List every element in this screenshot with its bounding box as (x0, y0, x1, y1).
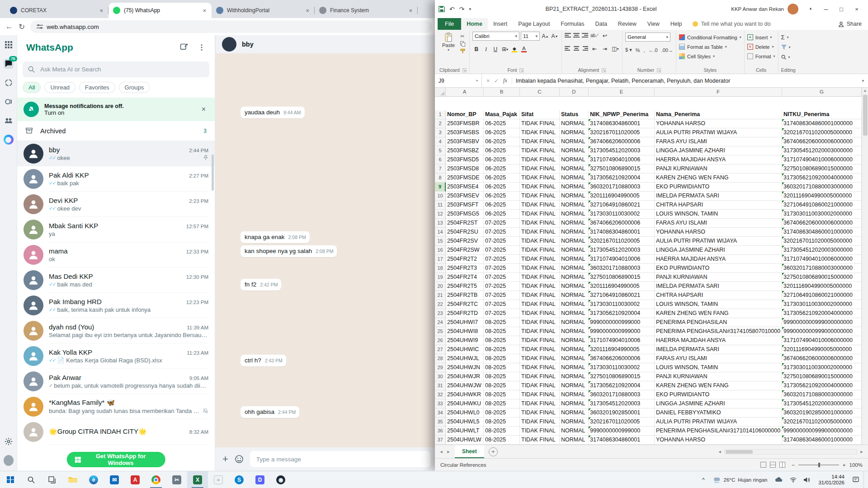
ribbon-tab[interactable]: Help (665, 18, 688, 30)
chat-list-item[interactable]: *KangMas Family* 🦋 bunda: Bagi yang suda… (17, 394, 215, 419)
zoom-level[interactable]: 100% (849, 462, 863, 468)
notepad-button[interactable]: ≡ (208, 471, 229, 488)
format-painter-button[interactable] (460, 48, 465, 54)
cell[interactable]: NORMAL (560, 219, 589, 228)
cell[interactable]: NORMAL (560, 174, 589, 183)
cell[interactable]: TIDAK FINAL (520, 408, 560, 418)
cell[interactable]: 3201116904990005000000 (782, 282, 862, 291)
cell[interactable]: 9990000000999000 (589, 427, 655, 436)
decrease-indent-button[interactable]: ⇤ (590, 45, 599, 53)
archived-row[interactable]: Archived 3 (17, 121, 215, 141)
cancel-entry-icon[interactable]: × (486, 78, 490, 84)
cell[interactable]: 3173056210920004 (589, 309, 655, 318)
chats-icon[interactable]: 75 (4, 59, 14, 69)
cell[interactable]: NORMAL (560, 309, 589, 318)
row-number[interactable]: 11 (435, 201, 446, 210)
cell[interactable]: 3173056210920004000000 (782, 174, 862, 183)
cell[interactable]: 2504UHWI9 (446, 336, 484, 345)
cell[interactable]: 3174086304860001 (589, 228, 655, 237)
cell[interactable]: 3603201710880003000000 (782, 390, 862, 399)
cell[interactable]: 06-2025 (484, 192, 520, 201)
taskbar-search-button[interactable] (21, 471, 42, 488)
cell[interactable]: 3173056210920004000000 (782, 381, 862, 390)
cell[interactable]: NORMAL (560, 164, 589, 174)
comma-style-button[interactable]: , (643, 47, 645, 53)
chrome-button[interactable] (146, 471, 166, 488)
cell[interactable]: 3173030110030002 (589, 300, 655, 309)
cell[interactable]: TIDAK FINAL (520, 219, 560, 228)
cell[interactable]: PENERIMA PENGHASILAN#3171014106000000 (655, 427, 782, 436)
cell[interactable]: 2504UHWJN (446, 363, 484, 372)
cell[interactable]: TIDAK FINAL (520, 264, 560, 273)
cell[interactable]: PENERIMA PENGHASILAN (655, 318, 782, 327)
cell[interactable]: TIDAK FINAL (520, 174, 560, 183)
redo-icon[interactable]: ↷ (459, 5, 465, 13)
cell[interactable]: 08-2025 (484, 336, 520, 345)
weather-widget[interactable]: 26°C Hujan ringan (709, 477, 771, 483)
cell[interactable]: NORMAL (560, 246, 589, 255)
zoom-in-button[interactable]: + (843, 462, 846, 468)
cell[interactable]: 3275010806890015000000 (782, 372, 862, 381)
row-number[interactable]: 2 (435, 119, 446, 128)
cell[interactable]: 2503FMSE4 (446, 183, 484, 192)
cell[interactable]: 3173054512020003000000 (782, 399, 862, 408)
account-avatar[interactable] (788, 4, 798, 14)
number-dialog-launcher[interactable]: ↘ (657, 68, 661, 72)
row-number[interactable]: 28 (435, 354, 446, 363)
cell[interactable]: PANJI KURNIAWAN (655, 164, 782, 174)
file-explorer-button[interactable] (62, 471, 83, 488)
cell[interactable]: NORMAL (560, 418, 589, 427)
bold-button[interactable]: B (472, 45, 481, 53)
browser-tab[interactable]: (75) WhatsApp × (108, 3, 212, 18)
ribbon-display-icon[interactable]: ▴ (803, 6, 818, 13)
cell[interactable]: AULIA PUTRI PRATIWI WIJAYA (655, 128, 782, 137)
network-tray-icon[interactable] (787, 477, 799, 483)
row-number[interactable]: 25 (435, 327, 446, 336)
horizontal-scrollbar[interactable]: ◂ ▸ (716, 449, 865, 455)
cell[interactable]: NORMAL (560, 318, 589, 327)
conversation-avatar[interactable] (222, 37, 236, 52)
cell[interactable]: 2503FMSBS (446, 128, 484, 137)
cell[interactable]: 07-2025 (484, 309, 520, 318)
cell[interactable]: 08-2025 (484, 372, 520, 381)
cell[interactable]: 3275010806890015 (589, 164, 655, 174)
tab-close-icon[interactable]: × (408, 7, 413, 14)
cell[interactable]: 2504UHWIC (446, 345, 484, 354)
cell[interactable]: 2504UHWL0 (446, 408, 484, 418)
cell[interactable]: 2503FMSBZ (446, 146, 484, 155)
cell[interactable]: 06-2025 (484, 146, 520, 155)
row-number[interactable]: 16 (435, 246, 446, 255)
cell[interactable]: 2504UHWJL (446, 354, 484, 363)
cell[interactable]: TIDAK FINAL (520, 128, 560, 137)
cell[interactable]: NORMAL (560, 291, 589, 300)
cell[interactable]: 3174086304860001000000 (782, 228, 862, 237)
cut-button[interactable]: ✂ (460, 33, 465, 39)
cell[interactable]: 3674066206000006000000 (782, 219, 862, 228)
cell[interactable]: 3603201710880003 (589, 264, 655, 273)
cell[interactable]: TIDAK FINAL (520, 210, 560, 219)
sort-filter-button[interactable]: ▾ (781, 43, 791, 52)
conditional-formatting-button[interactable]: Conditional Formatting▾ (679, 33, 741, 42)
tab-close-icon[interactable]: × (202, 7, 207, 14)
chat-list-item[interactable]: mama 12:33 PM ok (17, 242, 215, 267)
cell[interactable]: TIDAK FINAL (520, 354, 560, 363)
cell[interactable]: HAERRA MAJIDAH ANSYA (655, 255, 782, 264)
cell[interactable]: 3603201902850001000000 (782, 408, 862, 418)
cell[interactable]: HAERRA MAJIDAH ANSYA (655, 155, 782, 164)
cell[interactable]: 3173030110030002 (589, 210, 655, 219)
header-cell[interactable]: Nomor_BP (446, 110, 484, 119)
cell[interactable]: 08-2025 (484, 390, 520, 399)
profile-avatar[interactable] (4, 455, 14, 465)
insert-cells-button[interactable]: +Insert▾ (747, 33, 772, 42)
cell[interactable]: 3173054512020003 (589, 246, 655, 255)
show-desktop-button[interactable] (863, 471, 865, 488)
column-header[interactable]: B (484, 88, 520, 96)
cell[interactable]: LINGGA JASMINE AZHARI (655, 246, 782, 255)
cell[interactable]: 07-2025 (484, 282, 520, 291)
ribbon-tab[interactable]: Insert (488, 18, 513, 30)
row-number[interactable]: 32 (435, 390, 446, 399)
cell[interactable]: NORMAL (560, 381, 589, 390)
cell[interactable]: 2504UHWKU (446, 399, 484, 408)
start-button[interactable] (0, 471, 21, 488)
cell[interactable]: 06-2025 (484, 128, 520, 137)
